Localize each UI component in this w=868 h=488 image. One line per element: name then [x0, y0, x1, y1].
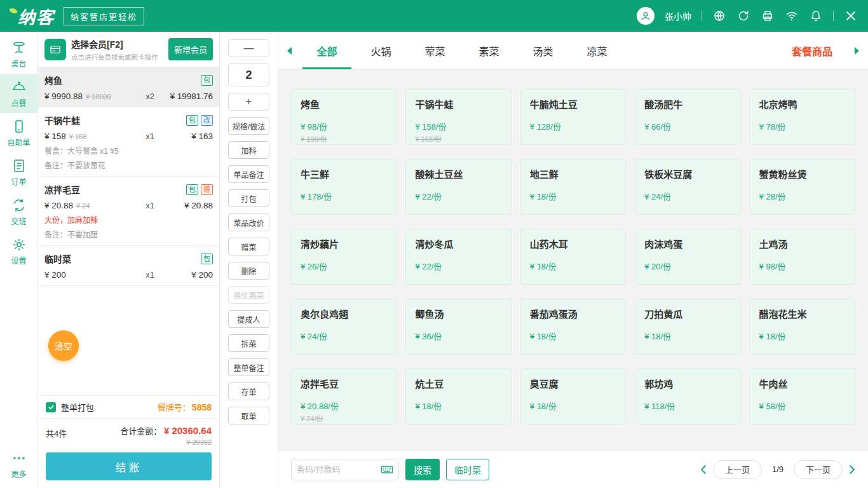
- barcode-input[interactable]: [297, 464, 381, 474]
- member-subtitle: 点击进行会员搜索或刷卡操作: [71, 52, 158, 62]
- action-split-button[interactable]: 拆菜: [228, 334, 269, 352]
- clear-order-button[interactable]: 清空: [48, 330, 79, 361]
- action-reprice-button[interactable]: 菜品改价: [228, 214, 269, 231]
- tab-hotpot[interactable]: 火锅: [354, 32, 408, 69]
- member-search-area[interactable]: 选择会员[F2] 点击进行会员搜索或刷卡操作 新增会员: [38, 32, 219, 67]
- dish-spec: 大份，加麻加辣: [44, 214, 213, 225]
- sidebar-item-shift[interactable]: 交班: [0, 192, 37, 231]
- pack-tag: 包: [201, 254, 213, 264]
- arrow-left-icon: [286, 46, 292, 55]
- add-member-button[interactable]: 新增会员: [168, 38, 213, 60]
- menu-item-card[interactable]: 肉沫鸡蛋¥ 20/份: [635, 229, 740, 285]
- menu-item-card[interactable]: 牛肉丝¥ 58/份: [750, 369, 855, 424]
- close-icon[interactable]: [844, 9, 858, 23]
- menu-item-card[interactable]: 蟹黄粉丝煲¥ 28/份: [750, 159, 855, 215]
- tab-cold-dish[interactable]: 凉菜: [570, 32, 624, 69]
- menu-item-card[interactable]: 铁板米豆腐¥ 24/份: [635, 159, 740, 215]
- wifi-icon[interactable]: [785, 9, 799, 23]
- order-dish-icon: [11, 79, 27, 95]
- checkout-button[interactable]: 结账: [46, 452, 212, 480]
- action-delete-button[interactable]: 删除: [228, 262, 269, 280]
- action-hold-order-button[interactable]: 存单: [228, 383, 269, 400]
- next-page-button[interactable]: 下一页: [794, 460, 843, 479]
- menu-item-card[interactable]: 土鸡汤¥ 98/份: [750, 229, 855, 285]
- action-item-note-button[interactable]: 单品备注: [228, 165, 269, 183]
- menu-item-card[interactable]: 山药木耳¥ 18/份: [520, 229, 626, 285]
- sidebar-label: 自助单: [7, 137, 30, 147]
- category-next-button[interactable]: [846, 32, 868, 69]
- action-commission-button[interactable]: 提成人: [228, 310, 269, 328]
- menu-item-card[interactable]: 酸辣土豆丝¥ 22/份: [405, 159, 511, 215]
- menu-item-card[interactable]: 清炒藕片¥ 26/份: [291, 229, 397, 285]
- sidebar-item-orders[interactable]: 订单: [0, 152, 37, 192]
- action-addon-button[interactable]: 加料: [228, 141, 269, 159]
- action-gift-button[interactable]: 赠菜: [228, 238, 269, 255]
- temp-dish-button[interactable]: 临时菜: [446, 459, 489, 480]
- tab-combo-products[interactable]: 套餐商品: [778, 32, 846, 69]
- table-icon: [11, 40, 27, 55]
- pack-tag: 包: [186, 115, 198, 126]
- menu-item-card[interactable]: 臭豆腐¥ 18/份: [520, 369, 626, 424]
- shift-icon: [11, 198, 27, 213]
- search-button[interactable]: 搜索: [405, 459, 440, 480]
- pos-app: 纳客 纳客管店更轻松 张小帅: [0, 0, 868, 488]
- menu-item-card[interactable]: 炕土豆¥ 18/份: [405, 369, 511, 424]
- action-pack-button[interactable]: 打包: [228, 189, 269, 207]
- menu-item-card[interactable]: 刀拍黄瓜¥ 18/份: [635, 299, 740, 355]
- dish-name: 临时菜: [44, 252, 71, 265]
- menu-item-card[interactable]: 奥尔良鸡翅¥ 24/份: [291, 299, 397, 355]
- menu-item-card[interactable]: 郭坊鸡¥ 118/份: [635, 369, 740, 424]
- action-order-note-button[interactable]: 整单备注: [228, 358, 269, 376]
- next-page-icon[interactable]: [849, 464, 855, 475]
- menu-item-card[interactable]: 酸汤肥牛¥ 66/份: [635, 89, 740, 145]
- prev-page-icon[interactable]: [700, 464, 707, 475]
- menu-item-card[interactable]: 凉拌毛豆¥ 20.88/份¥ 24/份: [291, 369, 397, 424]
- dish-orig-price: ¥ 24: [76, 202, 90, 210]
- menu-footer: 搜索 临时菜 上一页 1/9 下一页: [278, 450, 868, 488]
- sidebar-item-settings[interactable]: 设置: [0, 231, 37, 271]
- avatar[interactable]: [637, 7, 654, 25]
- order-item[interactable]: 临时菜 包 ¥ 200 x1 ¥ 200: [38, 246, 219, 286]
- sidebar-item-more[interactable]: 更多: [0, 445, 37, 484]
- menu-item-card[interactable]: 醋泡花生米¥ 18/份: [750, 299, 855, 355]
- dish-price: ¥ 9990.88: [44, 92, 83, 101]
- sidebar-item-self-service[interactable]: 自助单: [0, 113, 37, 152]
- menu-item-card[interactable]: 清炒冬瓜¥ 22/份: [405, 229, 511, 285]
- printer-icon[interactable]: [761, 9, 775, 23]
- tab-vegetable[interactable]: 素菜: [462, 32, 516, 69]
- globe-icon[interactable]: [712, 9, 726, 23]
- tab-meat[interactable]: 荤菜: [408, 32, 462, 69]
- pack-checkbox[interactable]: [46, 402, 56, 412]
- order-item[interactable]: 烤鱼 包 ¥ 9990.88 ¥ 10000 x2 ¥ 19981.76: [38, 67, 219, 107]
- pack-tag: 包: [186, 184, 198, 195]
- sidebar-item-tables[interactable]: 桌台: [0, 34, 37, 74]
- menu-item-card[interactable]: 干锅牛蛙¥ 158/份¥ 168/份: [405, 89, 511, 145]
- sync-icon[interactable]: [736, 9, 750, 23]
- action-retrieve-order-button[interactable]: 取单: [228, 407, 269, 424]
- sidebar-label: 点餐: [11, 97, 26, 108]
- menu-item-card[interactable]: 北京烤鸭¥ 78/份: [750, 89, 855, 145]
- search-box: [291, 459, 399, 480]
- keyboard-icon[interactable]: [381, 463, 393, 476]
- category-prev-button[interactable]: [278, 32, 300, 69]
- sidebar-item-ordering[interactable]: 点餐: [0, 74, 37, 113]
- dish-qty: x1: [146, 201, 154, 210]
- qty-minus-button[interactable]: —: [228, 39, 269, 57]
- prev-page-button[interactable]: 上一页: [713, 460, 762, 479]
- bell-icon[interactable]: [809, 9, 823, 23]
- order-item[interactable]: 凉拌毛豆 包 赠 ¥ 20.88 ¥ 24 x1 ¥ 20.88 大份，加麻加辣…: [38, 177, 219, 246]
- menu-item-card[interactable]: 番茄鸡蛋汤¥ 18/份: [520, 299, 626, 355]
- menu-item-card[interactable]: 牛腩炖土豆¥ 128/份: [520, 89, 626, 145]
- menu-item-card[interactable]: 烤鱼¥ 98/份¥ 108/份: [291, 89, 397, 145]
- tab-soup[interactable]: 汤类: [516, 32, 570, 69]
- menu-item-card[interactable]: 鲫鱼汤¥ 36/份: [405, 299, 511, 355]
- order-item[interactable]: 干锅牛蛙 包 改 ¥ 158 ¥ 168 x1 ¥ 163 餐盒：大号餐盒 x1…: [38, 107, 219, 177]
- tab-all[interactable]: 全部: [300, 32, 354, 69]
- action-spec-button[interactable]: 规格/做法: [228, 117, 269, 135]
- qty-plus-button[interactable]: +: [228, 93, 269, 111]
- menu-item-card[interactable]: 地三鲜¥ 18/份: [520, 159, 626, 215]
- menu-item-card[interactable]: 牛三鲜¥ 178/份: [291, 159, 397, 215]
- brand-logo: 纳客 纳客管店更轻松: [10, 4, 144, 29]
- total-amount: ¥ 20360.64: [164, 425, 212, 436]
- dish-qty: x1: [146, 132, 154, 141]
